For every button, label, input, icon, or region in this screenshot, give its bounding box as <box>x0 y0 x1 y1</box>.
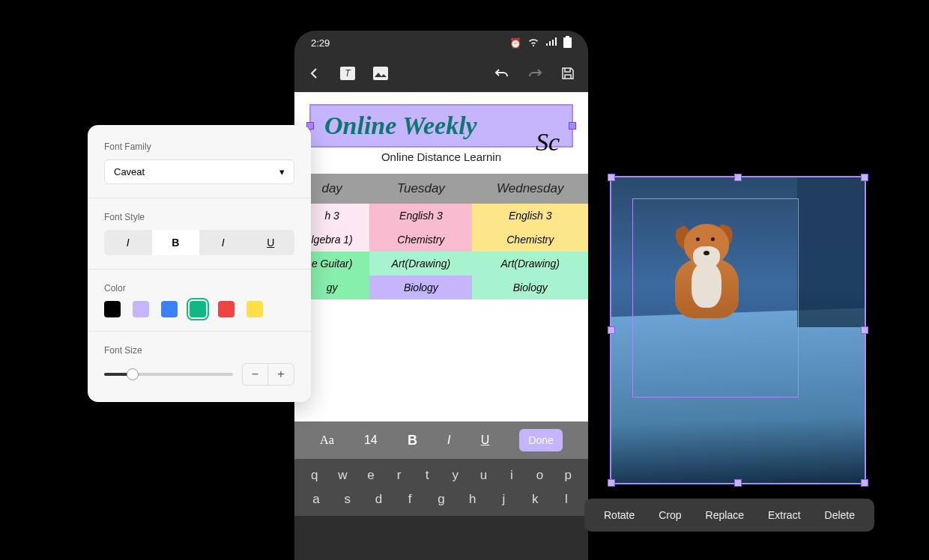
alarm-icon: ⏰ <box>509 37 521 49</box>
keyboard-key[interactable]: f <box>399 492 420 507</box>
signal-icon <box>545 37 557 49</box>
table-row: e Guitar)Art(Drawing)Art(Drawing) <box>294 252 588 276</box>
font-family-select[interactable]: Caveat ▾ <box>104 159 294 184</box>
table-row: gyBiologyBiology <box>294 276 588 299</box>
keyboard-key[interactable]: i <box>501 468 522 483</box>
status-icons: ⏰ <box>509 36 572 50</box>
crop-button[interactable]: Crop <box>659 509 681 521</box>
keyboard-key[interactable]: s <box>337 492 358 507</box>
keyboard-key[interactable]: r <box>389 468 410 483</box>
table-cell: Biology <box>472 276 588 299</box>
stepper-plus[interactable]: + <box>268 364 294 385</box>
text-tool-icon[interactable]: T <box>339 65 356 82</box>
table-row: lgebra 1)ChemistryChemistry <box>294 228 588 252</box>
resize-handle-bm[interactable] <box>734 479 742 487</box>
svg-rect-0 <box>546 43 548 46</box>
keyboard-key[interactable]: o <box>530 468 551 483</box>
document-canvas[interactable]: Online Weekly Sc Online Distance Learnin… <box>294 92 588 421</box>
title-text-selection[interactable]: Online Weekly Sc <box>309 104 573 147</box>
keyboard-key[interactable]: p <box>557 468 578 483</box>
keyboard-key[interactable]: j <box>493 492 514 507</box>
image-editor[interactable] <box>602 168 874 492</box>
svg-rect-3 <box>555 37 557 46</box>
table-cell: English 3 <box>369 204 472 228</box>
font-size-value[interactable]: 14 <box>364 433 378 447</box>
resize-handle-bl[interactable] <box>608 479 615 487</box>
keyboard[interactable]: qwertyuiop asdfghjkl <box>294 459 588 516</box>
font-style-label: Font Style <box>104 212 294 222</box>
color-swatch[interactable] <box>161 301 178 317</box>
text-format-toolbar: Aa 14 B I U Done <box>294 421 588 459</box>
keyboard-key[interactable]: d <box>368 492 389 507</box>
keyboard-key[interactable]: h <box>462 492 483 507</box>
bold-button[interactable]: B <box>408 433 417 448</box>
bold-toggle[interactable]: B <box>152 230 200 255</box>
keyboard-key[interactable]: l <box>556 492 577 507</box>
color-swatches <box>104 301 294 317</box>
font-style-group: I B I U <box>104 230 294 255</box>
svg-rect-8 <box>373 67 388 80</box>
wifi-icon <box>527 37 539 49</box>
color-swatch[interactable] <box>246 301 263 317</box>
document-title: Online Weekly <box>324 112 558 140</box>
underline-button[interactable]: U <box>481 433 490 447</box>
status-time: 2:29 <box>311 37 330 49</box>
undo-icon[interactable] <box>494 65 510 82</box>
svg-rect-1 <box>549 41 551 46</box>
font-button[interactable]: Aa <box>320 433 334 447</box>
phone-mockup: 2:29 ⏰ T Online Weekly Sc Online Distanc… <box>294 31 588 560</box>
delete-button[interactable]: Delete <box>825 509 855 521</box>
font-family-value: Caveat <box>114 166 145 177</box>
status-bar: 2:29 ⏰ <box>294 31 588 55</box>
stepper-minus[interactable]: − <box>243 364 268 385</box>
save-icon[interactable] <box>560 65 576 82</box>
svg-rect-2 <box>552 40 554 46</box>
image-tool-icon[interactable] <box>372 65 389 82</box>
font-family-label: Font Family <box>104 141 294 152</box>
svg-rect-5 <box>563 37 572 48</box>
color-swatch[interactable] <box>218 301 234 317</box>
resize-handle-tr[interactable] <box>861 174 868 181</box>
rotate-button[interactable]: Rotate <box>604 509 635 521</box>
keyboard-key[interactable]: g <box>431 492 452 507</box>
underline-toggle[interactable]: U <box>247 230 295 255</box>
image-selection[interactable] <box>610 176 866 484</box>
redo-icon[interactable] <box>527 65 543 82</box>
color-label: Color <box>104 283 294 293</box>
back-icon[interactable] <box>306 65 323 82</box>
font-size-slider[interactable] <box>104 373 233 376</box>
schedule-table: dayTuesdayWednesday h 3English 3English … <box>294 174 588 299</box>
resize-handle-tl[interactable] <box>608 174 615 181</box>
keyboard-key[interactable]: u <box>473 468 494 483</box>
keyboard-key[interactable]: y <box>445 468 466 483</box>
font-size-stepper: − + <box>242 363 294 386</box>
resize-handle-tm[interactable] <box>734 174 742 181</box>
table-cell: Art(Drawing) <box>472 252 588 276</box>
done-button[interactable]: Done <box>519 429 562 451</box>
table-cell: Art(Drawing) <box>369 252 472 276</box>
resize-handle-br[interactable] <box>861 479 868 487</box>
color-swatch[interactable] <box>104 301 121 317</box>
keyboard-key[interactable]: e <box>360 468 381 483</box>
keyboard-key[interactable]: q <box>304 468 325 483</box>
resize-handle-ml[interactable] <box>608 326 615 334</box>
italic-toggle[interactable]: I <box>104 230 152 255</box>
italic-toggle-2[interactable]: I <box>199 230 247 255</box>
font-size-label: Font Size <box>104 345 294 356</box>
font-panel: Font Family Caveat ▾ Font Style I B I U … <box>88 125 311 402</box>
resize-handle-mr[interactable] <box>861 326 868 334</box>
color-swatch[interactable] <box>190 301 206 317</box>
battery-icon <box>563 36 572 50</box>
replace-button[interactable]: Replace <box>706 509 744 521</box>
table-cell: Biology <box>369 276 472 299</box>
keyboard-key[interactable]: w <box>332 468 353 483</box>
table-cell: Chemistry <box>369 228 472 252</box>
extract-button[interactable]: Extract <box>768 509 801 521</box>
color-swatch[interactable] <box>133 301 149 317</box>
keyboard-key[interactable]: a <box>306 492 327 507</box>
keyboard-key[interactable]: k <box>524 492 545 507</box>
chevron-down-icon: ▾ <box>279 166 285 177</box>
table-header: Tuesday <box>369 174 472 204</box>
italic-button[interactable]: I <box>447 433 450 447</box>
keyboard-key[interactable]: t <box>417 468 438 483</box>
